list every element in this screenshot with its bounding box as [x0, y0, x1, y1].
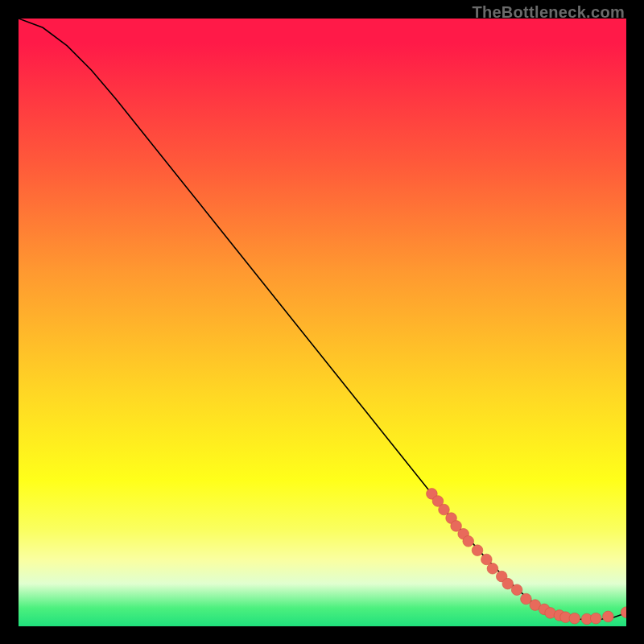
data-marker [502, 578, 514, 589]
plot-area [19, 19, 626, 626]
data-marker [487, 563, 498, 574]
data-marker [439, 504, 450, 515]
bottleneck-curve [19, 19, 626, 620]
data-marker [521, 593, 532, 605]
watermark-text: TheBottleneck.com [472, 3, 625, 22]
chart-svg [19, 19, 626, 626]
data-marker [621, 607, 626, 618]
data-marker [569, 613, 580, 624]
data-markers [427, 489, 626, 625]
chart-stage: TheBottleneck.com [0, 0, 644, 644]
data-marker [472, 545, 483, 556]
data-marker [481, 554, 493, 565]
data-marker [603, 611, 614, 622]
data-marker [463, 536, 474, 547]
data-marker [511, 584, 522, 596]
data-marker [590, 613, 601, 624]
